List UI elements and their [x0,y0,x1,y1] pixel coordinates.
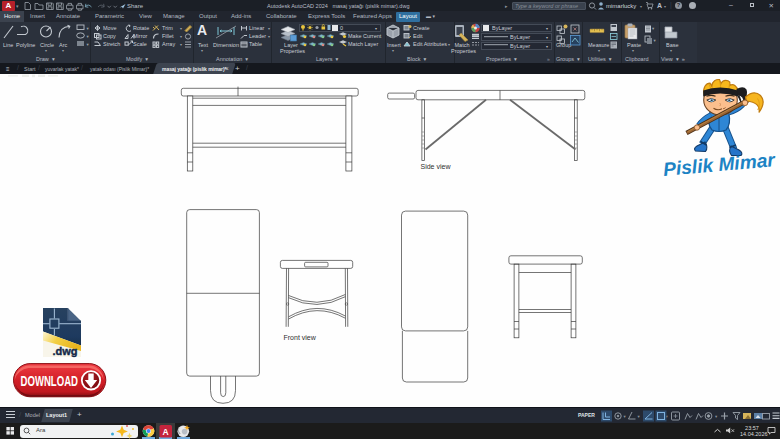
svg-text:Pislik Mimar: Pislik Mimar [662,149,777,180]
svg-text:A: A [163,427,169,437]
svg-text:Side view: Side view [421,163,452,170]
svg-text:▾: ▾ [715,414,718,419]
svg-text:▾: ▾ [87,42,90,47]
svg-text:▾: ▾ [87,26,90,31]
svg-text:▾: ▾ [654,38,657,43]
svg-text:▾: ▾ [87,34,90,39]
svg-text:▾: ▾ [624,414,627,419]
svg-text:▾: ▾ [638,414,641,419]
svg-text:Front view: Front view [284,334,317,341]
svg-text:DOWNLOAD: DOWNLOAD [21,373,79,389]
svg-text:.dwg: .dwg [53,345,78,357]
svg-text:▾: ▾ [652,26,655,31]
